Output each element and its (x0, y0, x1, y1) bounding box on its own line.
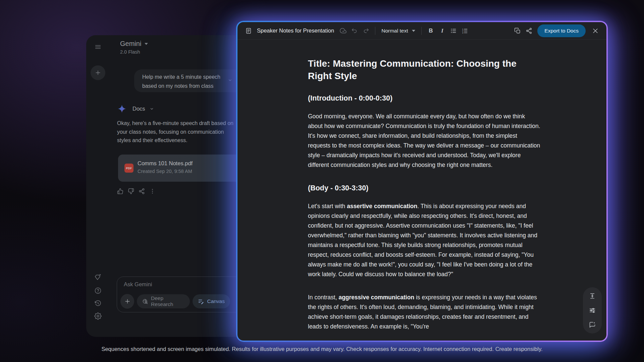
canvas-label: Canvas (207, 298, 225, 304)
thumbs-up-icon (117, 188, 123, 194)
deep-research-chip[interactable]: Deep Research (137, 294, 190, 308)
bulleted-list-button[interactable] (448, 25, 459, 37)
adjust-length-button[interactable] (587, 290, 598, 302)
screen: Gemini 2.0 Flash Help me write a 5 minut… (0, 0, 644, 362)
bold-icon: B (429, 27, 433, 34)
bulleted-list-icon (450, 27, 457, 34)
doc-section-heading: (Body - 0:30-3:30) (308, 183, 541, 193)
more-vert-icon (149, 188, 156, 194)
prompt-input-container: Deep Research Canvas (117, 277, 241, 312)
deep-research-label: Deep Research (151, 295, 184, 307)
tune-style-button[interactable] (587, 305, 598, 316)
canvas-icon (198, 298, 204, 305)
comment-sparkle-icon (589, 321, 596, 328)
gemini-sparkle-icon (117, 104, 126, 113)
prompt-input[interactable] (123, 281, 207, 288)
docs-chip-label: Docs (132, 106, 145, 112)
italic-icon: I (441, 27, 443, 34)
share-icon (526, 27, 532, 34)
thumbs-down-icon (128, 188, 134, 194)
doc-paragraph: Good morning, everyone. We all communica… (308, 112, 541, 170)
bold-button[interactable]: B (425, 25, 436, 37)
editor-toolbar: Speaker Notes for Presentation (237, 22, 606, 40)
plus-icon (95, 69, 101, 76)
document-title[interactable]: Speaker Notes for Presentation (257, 27, 334, 34)
document-icon (243, 25, 254, 37)
attachment-meta: Created Sep 20, 9:58 AM (138, 169, 192, 174)
thumbs-up-button[interactable] (117, 188, 123, 194)
settings-button[interactable] (92, 310, 104, 322)
toolbar-divider (375, 27, 375, 35)
canvas-editor-panel: Speaker Notes for Presentation (237, 22, 606, 341)
suggest-edits-button[interactable] (587, 319, 598, 330)
expand-message-button[interactable] (227, 77, 233, 83)
disclaimer-text: Sequences shortened and screen images si… (0, 346, 644, 352)
assistant-response-text: Okay, here's a five-minute speech draft … (117, 119, 238, 145)
help-button[interactable] (92, 285, 104, 296)
canvas-window-glow: Speaker Notes for Presentation (236, 21, 608, 342)
app-title: Gemini (120, 40, 141, 48)
toolbar-divider (421, 27, 422, 35)
chevron-down-icon (149, 106, 154, 111)
new-chat-button[interactable] (91, 65, 105, 80)
numbered-list-button[interactable]: 1 2 3 (459, 25, 471, 37)
export-to-docs-button[interactable]: Export to Docs (537, 24, 586, 37)
share-icon (139, 188, 145, 194)
canvas-chip[interactable]: Canvas (193, 294, 230, 308)
thumbs-down-button[interactable] (128, 188, 134, 194)
chevron-down-icon (227, 77, 233, 83)
menu-button[interactable] (92, 41, 104, 53)
text-length-icon (589, 293, 596, 299)
svg-text:3: 3 (462, 32, 463, 34)
doc-paragraph: Let's start with assertive communication… (308, 201, 541, 279)
gems-button[interactable] (92, 272, 104, 283)
gear-icon (94, 312, 102, 320)
history-button[interactable] (92, 298, 104, 309)
pdf-icon: PDF (124, 164, 133, 173)
redo-icon (363, 27, 369, 34)
copy-icon (514, 27, 521, 34)
chevron-down-icon (412, 30, 415, 32)
attachment-filename: Comms 101 Notes.pdf (138, 160, 193, 167)
italic-button[interactable]: I (436, 25, 448, 37)
model-switcher[interactable]: Gemini 2.0 Flash (120, 40, 148, 55)
response-actions (117, 188, 156, 194)
undo-icon (351, 27, 358, 34)
tune-icon (589, 307, 596, 314)
hamburger-icon (94, 43, 102, 51)
plus-icon (124, 298, 131, 305)
chevron-down-icon (145, 43, 148, 45)
document-area[interactable]: Title: Mastering Communication: Choosing… (237, 40, 606, 341)
user-message-text: Help me write a 5 minute speech based on… (142, 72, 225, 90)
copy-button[interactable] (512, 25, 523, 37)
attachment-card[interactable]: PDF Comms 101 Notes.pdf Created Sep 20, … (118, 155, 241, 182)
share-button[interactable] (523, 25, 535, 37)
paragraph-style-select[interactable]: Normal text (379, 25, 418, 37)
docs-tool-chip[interactable]: Docs (117, 104, 154, 113)
undo-button[interactable] (349, 25, 360, 37)
doc-section-heading: (Introduction - 0:00-0:30) (308, 94, 541, 103)
document-body[interactable]: Title: Mastering Communication: Choosing… (308, 57, 541, 331)
more-options-button[interactable] (149, 188, 156, 194)
gemini-app-panel: Gemini 2.0 Flash Help me write a 5 minut… (86, 35, 241, 337)
model-name: 2.0 Flash (120, 49, 148, 55)
numbered-list-icon: 1 2 3 (462, 27, 468, 34)
cloud-saved-button[interactable] (337, 25, 349, 37)
share-response-button[interactable] (139, 188, 145, 194)
deep-research-icon (142, 298, 148, 305)
help-icon (94, 287, 102, 294)
user-message-bubble: Help me write a 5 minute speech based on… (134, 69, 241, 92)
history-icon (94, 300, 102, 307)
gem-icon (94, 274, 102, 281)
canvas-side-tools (583, 287, 602, 334)
cloud-check-icon (340, 27, 347, 34)
redo-button[interactable] (360, 25, 372, 37)
close-canvas-button[interactable] (590, 25, 601, 37)
close-icon (592, 27, 599, 34)
doc-paragraph: In contrast, aggressive communication is… (308, 293, 541, 331)
doc-title-heading: Title: Mastering Communication: Choosing… (308, 57, 541, 82)
add-attachment-button[interactable] (120, 294, 134, 309)
paragraph-style-value: Normal text (381, 28, 408, 34)
